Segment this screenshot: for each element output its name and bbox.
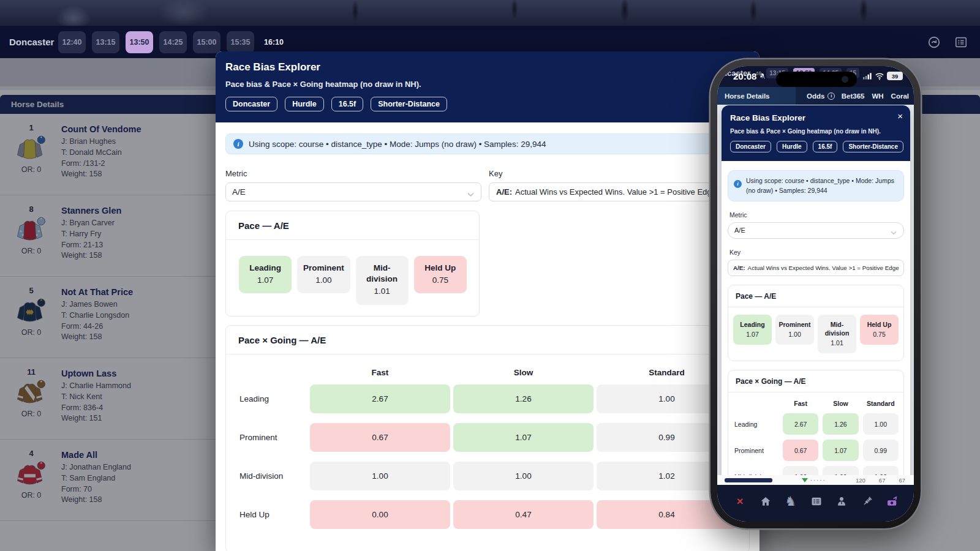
- key-prefix: A/E:: [496, 187, 512, 197]
- bell-slash-icon: [758, 72, 766, 80]
- pace-tile-held-up: Held Up0.75: [860, 315, 899, 345]
- jockey-icon[interactable]: [835, 495, 848, 508]
- bookmaker-wh[interactable]: WH: [872, 92, 883, 100]
- metric-value: A/E: [232, 187, 246, 197]
- heatmap-row-prominent: Prominent0.671.070.99: [734, 440, 899, 461]
- tile-label: Prominent: [777, 320, 813, 329]
- heatmap-cell: 1.07: [823, 440, 858, 461]
- info-circle-icon: i: [827, 92, 835, 100]
- strip-numbers: 1206767: [856, 477, 914, 484]
- phone-tab-horse-details[interactable]: Horse Details: [717, 87, 796, 105]
- phone-clock: 20:08: [733, 71, 766, 81]
- pace-tiles: Leading1.07Prominent1.00Mid-division1.01…: [226, 240, 479, 316]
- tile-label: Leading: [734, 320, 771, 329]
- pace-tile-prominent: Prominent1.00: [297, 256, 350, 293]
- heatmap-rows: Leading2.671.261.00Prominent0.671.070.99…: [734, 413, 899, 475]
- metric-select[interactable]: A/E: [225, 182, 481, 201]
- phone-modal-title: Race Bias Explorer: [730, 113, 903, 122]
- time-tab-14-25[interactable]: 14:25: [159, 31, 187, 53]
- tile-value: 1.00: [300, 275, 347, 286]
- time-tab-12-40[interactable]: 12:40: [58, 31, 86, 53]
- time-tab-15-35[interactable]: 15:35: [227, 31, 254, 53]
- header-actions: [927, 26, 968, 58]
- race-bias-modal: Race Bias Explorer Pace bias & Pace × Go…: [216, 51, 760, 551]
- modal-title: Race Bias Explorer: [225, 61, 750, 73]
- horse-icon[interactable]: ♞: [784, 495, 797, 508]
- heatmap-cell: 1.00: [310, 462, 450, 490]
- tag-shorter-distance[interactable]: Shorter-Distance: [371, 97, 447, 111]
- time-tab-16-10[interactable]: 16:10: [260, 31, 287, 53]
- camera-dot: [842, 76, 848, 83]
- phone-tab-odds[interactable]: Odds i: [807, 92, 835, 100]
- heatmap-col-slow: Slow: [823, 400, 858, 407]
- heatmap-row-label: Mid-division: [239, 471, 307, 481]
- bookmaker-bet365[interactable]: Bet365: [842, 92, 865, 100]
- tag-hurdle[interactable]: Hurdle: [285, 97, 324, 111]
- strip-number: 67: [879, 477, 886, 484]
- heatmap-cell: 1.26: [453, 384, 594, 413]
- tile-value: 0.75: [861, 330, 897, 339]
- heatmap-row-mid-division: Mid-division1.001.001.02: [239, 462, 737, 490]
- phone-race-bias-modal: × Race Bias Explorer Pace bias & Pace × …: [722, 105, 910, 475]
- heatmap-header-row: FastSlowStandard: [734, 400, 899, 407]
- key-text: Actual Wins vs Expected Wins. Value >1 =…: [748, 264, 899, 271]
- dynamic-island: [776, 72, 857, 87]
- info-icon: i: [734, 180, 742, 188]
- heatmap-cell: 0.67: [310, 423, 450, 452]
- close-icon[interactable]: ×: [897, 111, 903, 121]
- heatmap-cell: 0.67: [783, 440, 818, 461]
- strip-number: 120: [856, 477, 865, 484]
- tile-label: Mid-division: [359, 263, 405, 285]
- tag-shorter-distance[interactable]: Shorter-Distance: [843, 141, 903, 152]
- tile-label: Leading: [242, 263, 288, 274]
- phone-modal-tags: DoncasterHurdle16.5fShorter-Distance: [730, 141, 903, 152]
- time-tab-13-15[interactable]: 13:15: [92, 31, 119, 53]
- tag-hurdle[interactable]: Hurdle: [777, 141, 807, 152]
- heatmap-row-prominent: Prominent0.671.070.99: [239, 423, 737, 452]
- tag-doncaster[interactable]: Doncaster: [225, 97, 277, 111]
- phone-modal-header: × Race Bias Explorer Pace bias & Pace × …: [722, 105, 910, 161]
- tile-value: 1.01: [359, 286, 405, 297]
- close-icon[interactable]: ×: [733, 495, 747, 508]
- phone-metric-label: Metric: [729, 211, 904, 219]
- phone-modal-subtitle: Pace bias & Pace × Going heatmap (no dra…: [730, 128, 903, 135]
- battery-icon: 39: [887, 72, 903, 80]
- green-arrow-icon: [802, 478, 808, 482]
- betting-icon[interactable]: [886, 495, 899, 508]
- share-icon[interactable]: [927, 36, 941, 49]
- chevron-down-icon: [891, 229, 897, 236]
- time-tab-13-50[interactable]: 13:50: [126, 31, 153, 53]
- strip-number: 67: [899, 477, 905, 484]
- modal-tags: DoncasterHurdle16.5fShorter-Distance: [225, 97, 750, 111]
- tile-label: Held Up: [861, 320, 897, 329]
- heatmap-col-standard: Standard: [863, 400, 899, 407]
- modal-header: Race Bias Explorer Pace bias & Pace × Go…: [216, 51, 760, 122]
- heatmap-rows: Leading2.671.261.00Prominent0.671.070.99…: [239, 384, 737, 529]
- phone-content: × Race Bias Explorer Pace bias & Pace × …: [717, 105, 914, 475]
- tag-16.5f[interactable]: 16.5f: [813, 141, 838, 152]
- tile-label: Prominent: [300, 263, 347, 274]
- heatmap-row-leading: Leading2.671.261.00: [239, 384, 737, 413]
- heatmap-cell: 2.67: [783, 413, 818, 435]
- heatmap-cell: 0.47: [453, 500, 594, 529]
- blue-ticks: ·····: [810, 477, 826, 484]
- home-icon[interactable]: [759, 495, 772, 508]
- time-tab-15-00[interactable]: 15:00: [193, 31, 221, 53]
- bookmaker-coral[interactable]: Coral: [891, 92, 909, 100]
- tag-16.5f[interactable]: 16.5f: [331, 97, 364, 111]
- phone-scope-banner: i Using scope: course • distance_type • …: [728, 170, 904, 201]
- tag-doncaster[interactable]: Doncaster: [730, 141, 771, 152]
- menu-icon[interactable]: [954, 36, 968, 49]
- form-icon[interactable]: [861, 495, 874, 508]
- racecard-icon[interactable]: [810, 495, 823, 508]
- phone-metric-select[interactable]: A/E: [728, 222, 904, 239]
- phone-modal-body: i Using scope: course • distance_type • …: [722, 161, 910, 475]
- heatmap-cell: 1.07: [453, 423, 594, 452]
- tile-label: Held Up: [417, 263, 464, 274]
- scrubber-bar: [725, 478, 772, 482]
- info-icon: i: [233, 139, 243, 149]
- pace-tile-mid-division: Mid-division1.01: [356, 256, 409, 305]
- pace-card: Pace — A/E Leading1.07Prominent1.00Mid-d…: [225, 211, 480, 317]
- cellular-icon: [863, 72, 872, 80]
- heatmap-cell: 1.00: [453, 462, 594, 490]
